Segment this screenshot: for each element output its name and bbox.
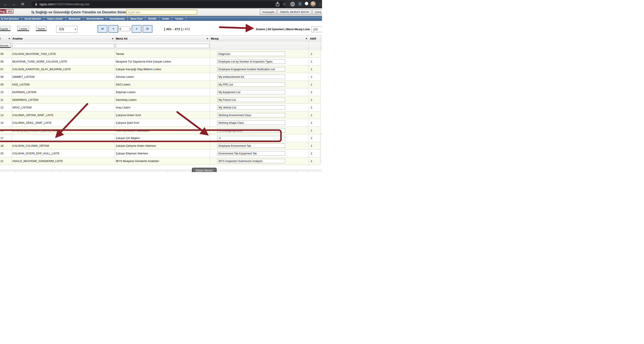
list-button[interactable]: Listele	[17, 26, 29, 31]
nav-item-isgsis[interactable]: İSGSİS	[146, 16, 159, 21]
cell-row-number: 07	[0, 66, 4, 73]
table-row: 12ARAC_LISTEMAraç Listem1	[0, 104, 320, 112]
screenshot-button[interactable]: Ekran Resmi	[192, 168, 216, 172]
cell-menu-name: Ekipman Listem	[116, 88, 136, 96]
extension-icon[interactable]	[298, 2, 302, 6]
extensions-puzzle-icon[interactable]	[304, 2, 309, 6]
footer-strip	[0, 170, 322, 172]
cell-key: EKIPMAN_LISTEM	[12, 88, 36, 96]
nav-item-tanimlamalar[interactable]: Tanımlamalar	[106, 16, 128, 21]
adblock-extension-icon[interactable]: ABP	[290, 2, 295, 6]
chevron-down-icon: ▾	[74, 28, 77, 30]
cell-menu-name: Çalışma Şekil Sınıf	[116, 119, 139, 126]
message-input[interactable]	[217, 120, 285, 125]
cell-active: 1	[311, 150, 312, 157]
col-active: Aktif	[310, 37, 316, 40]
url-text: isgsis.com/SYS/SYS/MenuMesajListe	[40, 2, 90, 6]
next-page-button[interactable]: ›	[132, 25, 142, 33]
filter-key-input[interactable]	[12, 44, 114, 48]
nav-item-yardim[interactable]: Yardım	[172, 16, 186, 21]
message-input[interactable]	[217, 144, 285, 148]
print-button[interactable]: Yazdır	[36, 26, 46, 31]
bookmark-star-icon[interactable]: ☆	[282, 2, 287, 6]
cell-key: KKD_LISTEM	[12, 81, 30, 88]
nav-item-analiz[interactable]: Analiz	[159, 16, 172, 21]
column-divider	[115, 35, 115, 165]
cell-key: ZIMMET_LISTEM	[12, 73, 34, 80]
message-input[interactable]	[217, 52, 285, 56]
save-button[interactable]: Kaydet	[0, 26, 10, 31]
cell-key: CALISAN_MUAYENE_TANI_LISTE	[12, 50, 56, 58]
logout-button[interactable]: Çıkış	[312, 9, 322, 15]
cell-active: 1	[311, 134, 312, 142]
first-page-button[interactable]: «	[98, 25, 107, 33]
last-page-button[interactable]: »	[142, 25, 152, 33]
sort-icon[interactable]	[8, 37, 11, 40]
message-input[interactable]	[217, 90, 285, 94]
address-bar[interactable]: isgsis.com/SYS/SYS/MenuMesajListe	[32, 1, 286, 7]
cell-active: 1	[311, 50, 312, 58]
message-input[interactable]	[217, 75, 285, 79]
table-row: 17Çalışan ÇG Bilgileri1	[0, 134, 320, 142]
nav-item-bana-ozel[interactable]: Bana Özel	[128, 16, 146, 21]
clear-filters-button[interactable]: Temizle	[0, 43, 11, 48]
cell-menu-name: Zimmet Listem	[116, 73, 134, 80]
message-input[interactable]	[217, 159, 285, 163]
page-number-input[interactable]	[118, 26, 130, 31]
cell-menu-name: İBYS Muayene Gönderim Analizleri	[116, 157, 159, 165]
table-row: 11DEMIRBAS_LISTEMDemirbaş Listem1	[0, 96, 320, 104]
message-input[interactable]	[217, 128, 285, 133]
message-input[interactable]	[217, 136, 285, 140]
cell-menu-name: Çalışan Ekipman Sekmesi	[116, 150, 148, 157]
browser-menu-icon[interactable]: ⋮	[318, 2, 322, 6]
cell-active: 1	[311, 157, 312, 165]
nav-item-gorevlendirme[interactable]: Görevlendirme	[84, 16, 106, 21]
col-num: #	[0, 37, 1, 40]
share-icon[interactable]	[275, 2, 280, 6]
cell-key: ANALIZ_MUAYENE_GONDERIM_LISTE	[12, 157, 63, 165]
cell-active: 1	[311, 112, 312, 119]
sort-icon[interactable]	[306, 37, 308, 40]
filter-menu-input[interactable]	[116, 44, 209, 48]
filter-row: Temizle	[0, 42, 322, 50]
cell-key: MUAYENE_TURE_GORE_CALISAN_LISTE	[12, 58, 67, 65]
cell-active: 1	[311, 58, 312, 65]
cell-active: 1	[311, 81, 312, 88]
sort-icon[interactable]	[206, 37, 209, 40]
workplace-search-input[interactable]	[126, 10, 197, 15]
table-row: 08ZIMMET_LISTEMZimmet Listem1	[0, 73, 320, 81]
nav-item-toplu-listeler[interactable]: Toplu Listeler	[44, 16, 66, 21]
cell-row-number: 09	[0, 81, 4, 88]
cell-menu-name: Muayene Tür Sayılarına Göre Çalışan List…	[116, 58, 171, 65]
language-select[interactable]: EN ▾	[56, 26, 77, 32]
home-button[interactable]: Anasayfa	[260, 9, 276, 15]
cell-active: 1	[311, 119, 312, 126]
profile-avatar[interactable]	[310, 1, 316, 7]
prev-page-button[interactable]: ‹	[108, 25, 118, 33]
header-buttons: Anasayfa İSMAİL MURAT BAYIK Çıkış	[260, 9, 322, 15]
message-input[interactable]	[217, 59, 285, 64]
message-input[interactable]	[217, 113, 285, 117]
back-icon[interactable]: ←	[3, 2, 8, 7]
cell-key: CALISMA_SEKIL_SINIF_LISTE	[12, 119, 52, 126]
cell-menu-name: KKD Listem	[116, 81, 130, 88]
user-button[interactable]: İSMAİL MURAT BAYIK	[278, 9, 311, 15]
scrollbar-thumb[interactable]	[320, 134, 322, 161]
message-input[interactable]	[217, 105, 285, 110]
page-size-select[interactable]: 100 ▾	[311, 26, 322, 32]
message-input[interactable]	[217, 67, 285, 72]
column-divider	[12, 35, 12, 165]
nav-item-muhasebe[interactable]: Muhasebe	[66, 16, 84, 21]
record-range-label: [ 401 - 472 ] / 472	[164, 28, 190, 31]
sort-icon[interactable]	[112, 37, 114, 40]
message-input[interactable]	[217, 151, 285, 156]
forward-icon[interactable]: →	[11, 2, 16, 7]
cell-key: CALISAN_ISYERI_EKP_KULL_LISTE	[12, 150, 60, 157]
nav-item-is-yeri-islemleri[interactable]: İş Yeri İşlemleri	[0, 16, 22, 21]
message-input[interactable]	[217, 82, 285, 87]
app-logo[interactable]: isgsis	[0, 10, 14, 14]
breadcrumb: Sistem | Dil İşlemleri | Menü Mesaj List…	[256, 28, 310, 31]
nav-item-genel-islemler[interactable]: Genel İşlemler	[22, 16, 44, 21]
message-input[interactable]	[217, 98, 285, 102]
reload-icon[interactable]: ⟳	[20, 2, 25, 7]
